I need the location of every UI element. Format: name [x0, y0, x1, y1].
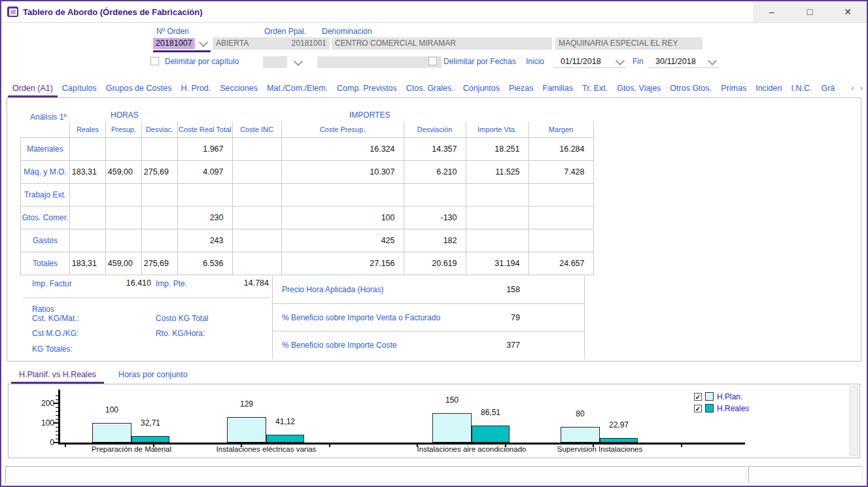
table-cell: 100 — [281, 207, 404, 229]
table-cell: 182 — [404, 229, 466, 252]
table-cell: 24.657 — [529, 252, 593, 275]
table-cell — [466, 229, 529, 252]
y-minor-tick — [56, 439, 58, 439]
tab-gtos-viajes[interactable]: Gtos. Viajes — [612, 84, 665, 97]
bar-value-label: 100 — [79, 405, 145, 414]
order-number-value[interactable]: 20181007 — [153, 38, 195, 49]
column-header-presup: Presup. — [106, 122, 142, 138]
chevron-down-icon[interactable] — [294, 56, 303, 65]
bar-h-reales — [131, 436, 169, 443]
capitulo-combobox[interactable] — [263, 56, 302, 68]
legend-checkbox[interactable]: ✓ — [694, 393, 702, 401]
table-row: Materiales1.96716.32414.35718.25116.284 — [21, 138, 594, 161]
bar-value-label: 41,12 — [252, 417, 318, 426]
bar-h-reales — [472, 426, 510, 443]
delimitar-capitulo-checkbox[interactable] — [150, 57, 159, 65]
chart-legend: ✓H.Plan.✓H.Reales — [694, 392, 749, 413]
tab-grupos-de-costes[interactable]: Grupos de Costes — [101, 84, 177, 97]
table-row: Totales183,31459,00275,696.53627.15620.6… — [21, 252, 594, 275]
tab-comp-previstos[interactable]: Comp. Previstos — [332, 84, 402, 97]
bar-h-reales — [266, 435, 304, 443]
imp-pte-value: 14.784 — [200, 278, 269, 288]
chevron-down-icon[interactable] — [199, 37, 208, 46]
y-minor-tick — [56, 435, 58, 435]
y-minor-tick — [56, 395, 58, 396]
metric-row: % Beneficio sobre Importe Coste377 — [273, 331, 584, 359]
tab-otros-gtos[interactable]: Otros Gtos. — [665, 84, 716, 97]
tab-scroll-right-icon[interactable]: › — [860, 83, 863, 93]
table-cell — [142, 229, 178, 252]
capitulo-value[interactable] — [263, 56, 287, 68]
y-tick-label: 0 — [28, 438, 54, 447]
legend-checkbox[interactable]: ✓ — [694, 405, 702, 412]
table-cell: 243 — [178, 229, 233, 252]
minimize-button[interactable]: – — [753, 1, 791, 22]
tab-gr[interactable]: Grá — [816, 84, 839, 97]
status-panel-right — [748, 466, 863, 483]
tab-i-n-c[interactable]: I.N.C. — [786, 84, 816, 97]
tab-cap-tulos[interactable]: Capítulos — [58, 84, 101, 97]
bar-value-label: 80 — [547, 409, 613, 418]
y-axis-line — [58, 390, 60, 445]
tab-secciones[interactable]: Secciones — [215, 84, 262, 97]
y-minor-tick — [56, 411, 58, 412]
chart-tab-h-planif-vs-h-reales[interactable]: H.Planif. vs H.Reales — [11, 370, 104, 384]
table-cell — [142, 184, 178, 207]
status-panel-left — [5, 466, 746, 483]
metrics-panel: Precio Hora Aplicada (Horas)158% Benefic… — [272, 276, 585, 359]
app-window: Tablero de Abordo (Órdenes de Fabricació… — [0, 0, 868, 487]
chevron-down-icon[interactable] — [708, 56, 717, 65]
close-button[interactable]: ✕ — [829, 1, 867, 22]
bar-h-plan — [432, 413, 472, 443]
fecha-inicio-field[interactable]: 01/11/2018 — [554, 56, 626, 68]
table-cell: 6.536 — [178, 252, 233, 275]
ratio-label: Cst. KG/Mat.: — [32, 314, 79, 323]
y-tick-mark — [54, 403, 58, 404]
table-cell: 459,00 — [106, 252, 142, 275]
bar-value-label: 129 — [214, 399, 279, 409]
tab-tr-ext[interactable]: Tr. Ext. — [578, 84, 612, 97]
tab-orden-a1[interactable]: Orden (A1) — [8, 84, 58, 97]
table-cell — [232, 252, 281, 275]
y-minor-tick — [56, 415, 58, 416]
tab-familias[interactable]: Familias — [538, 84, 578, 97]
tab-primas[interactable]: Primas — [716, 84, 751, 97]
analysis-panel: Análisis 1º HORAS IMPORTES RealesPresup.… — [7, 97, 861, 361]
table-cell: 10.307 — [281, 161, 404, 184]
category-label: Instalaciones eléctricas varias — [194, 445, 338, 453]
table-cell: 16.284 — [529, 138, 593, 161]
table-cell — [232, 229, 281, 252]
chart-tab-horas-por-conjunto[interactable]: Horas por conjunto — [111, 370, 196, 384]
fecha-inicio-value[interactable]: 01/11/2018 — [554, 57, 601, 66]
delimitar-fechas-checkbox[interactable] — [428, 57, 437, 65]
metric-label: % Beneficio sobre Importe Venta o Factur… — [282, 313, 440, 322]
table-cell: 14.357 — [404, 138, 466, 161]
tab-mat-com-elem[interactable]: Mat./Com./Elem. — [262, 84, 332, 97]
tab-h-prod[interactable]: H. Prod. — [176, 84, 215, 97]
tab-inciden[interactable]: Inciden — [751, 84, 786, 97]
inicio-label: Inicio — [526, 57, 544, 66]
order-number-combobox[interactable]: 20181007 — [153, 37, 211, 52]
maximize-button[interactable]: □ — [791, 1, 829, 22]
table-cell — [106, 229, 142, 252]
chart-scrollbar[interactable] — [850, 386, 858, 456]
tab-scroll-left-icon[interactable]: ‹ — [851, 83, 854, 93]
tab-ctos-grales[interactable]: Ctos. Grales. — [402, 84, 459, 97]
fecha-fin-field[interactable]: 30/11/2018 — [649, 56, 718, 68]
fin-label: Fin — [633, 57, 644, 66]
table-cell — [142, 138, 178, 161]
tab-piezas[interactable]: Piezas — [504, 84, 538, 97]
chevron-down-icon[interactable] — [616, 56, 625, 65]
row-label-totales: Totales — [21, 252, 70, 275]
metric-value: 79 — [469, 313, 520, 322]
column-header-desviac: Desviac. — [142, 122, 178, 138]
column-header-coste-real-total: Coste Real Total — [178, 122, 233, 138]
status-bar — [5, 466, 863, 483]
table-cell — [142, 207, 178, 229]
tab-conjuntos[interactable]: Conjuntos — [459, 84, 504, 97]
window-controls: – □ ✕ — [753, 1, 867, 22]
row-label-trabajo-ext: Trabajo Ext. — [21, 184, 70, 207]
fecha-fin-value[interactable]: 30/11/2018 — [649, 57, 696, 66]
table-cell: 183,31 — [70, 252, 106, 275]
row-label-m-q-y-m-o: Máq. y M.O. — [21, 161, 70, 184]
